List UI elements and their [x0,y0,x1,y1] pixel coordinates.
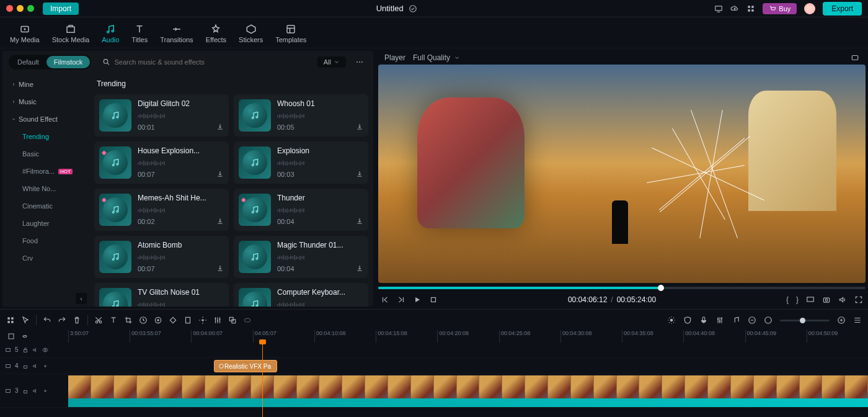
prev-frame-button[interactable] [381,295,389,304]
color-button[interactable] [154,316,162,325]
playhead[interactable] [262,342,263,417]
zoom-fit-button[interactable] [764,316,773,325]
import-button[interactable]: Import [43,2,79,15]
pill-default[interactable]: Default [10,56,46,68]
track-link-button[interactable] [21,333,29,340]
mixer-icon[interactable] [715,316,724,325]
layout-button[interactable] [6,316,15,325]
audio-card[interactable]: Whoosh 01 00:05 [234,94,368,137]
speed-button[interactable] [139,316,148,325]
audio-card[interactable]: Magic Thunder 01... 00:04 [234,236,368,278]
mic-icon[interactable] [699,316,708,325]
tab-effects[interactable]: Effects [200,21,232,45]
tab-audio[interactable]: Audio [95,21,125,45]
keyframe-button[interactable] [169,316,177,325]
sidebar-sub-basic[interactable]: Basic [2,145,89,163]
download-button[interactable] [216,170,224,179]
zoom-in-button[interactable] [837,316,846,325]
selection-tool[interactable] [21,316,30,325]
sidebar-sub-crv[interactable]: Crv [2,249,89,267]
download-button[interactable] [216,217,224,226]
stop-button[interactable] [429,295,438,304]
audio-card[interactable]: ◆ House Explosion... 00:07 [94,141,229,184]
fullscreen-button[interactable] [854,295,863,304]
display-settings-button[interactable] [806,295,815,304]
download-button[interactable] [356,123,363,132]
apps-icon[interactable] [746,4,755,13]
audio-card[interactable]: Computer Keyboar... 00:17 [234,283,368,307]
tab-templates[interactable]: Templates [269,21,312,45]
pill-filmstock[interactable]: Filmstock [46,56,90,68]
marks-button[interactable] [184,316,192,325]
download-button[interactable] [216,123,224,132]
export-button[interactable]: Export [823,2,862,16]
mask-button[interactable] [243,316,252,325]
zoom-slider[interactable] [780,320,830,321]
audio-card[interactable]: ◆ Thunder 00:04 [234,189,368,231]
tab-my-media[interactable]: My Media [4,21,46,45]
brightness-icon[interactable] [667,316,676,325]
undo-button[interactable] [43,316,51,325]
cloud-icon[interactable] [730,4,739,13]
adjustment-button[interactable] [213,316,222,325]
download-button[interactable] [356,264,363,273]
audio-card[interactable]: Digital Glitch 02 00:01 [94,94,229,137]
sidebar-sub-filmora[interactable]: #Filmora...HOT [2,163,89,180]
vfx-clip[interactable]: Realistic VFX Pa [214,360,277,372]
mute-icon[interactable] [32,347,38,353]
sidebar-item-sound-effect[interactable]: Sound Effect [2,110,89,128]
play-button[interactable] [413,295,422,304]
sidebar-collapse-button[interactable]: ‹ [76,293,87,304]
volume-button[interactable] [838,295,847,304]
tab-transitions[interactable]: Transitions [154,21,199,45]
sidebar-sub-white-noise[interactable]: White No... [2,180,89,197]
more-options-button[interactable]: ⋯ [352,56,367,68]
audio-card[interactable]: ◆ Memes-Ah Shit He... 00:02 [94,189,229,231]
user-avatar[interactable] [804,3,815,14]
shield-icon[interactable] [683,316,692,325]
buy-button[interactable]: Buy [763,3,797,14]
mute-icon[interactable] [32,388,38,394]
lock-icon[interactable] [22,363,29,369]
minimize-window-button[interactable] [17,5,24,12]
zoom-out-button[interactable] [748,316,756,325]
sidebar-sub-cinematic[interactable]: Cinematic [2,197,89,215]
timeline-ruler[interactable]: 3:50:0700:03:55:0700:04:00:0704:05:0700:… [68,330,868,343]
tab-titles[interactable]: Titles [125,21,154,45]
mark-out-button[interactable]: } [796,295,799,304]
effects-control-button[interactable] [198,316,207,325]
snapshot-button[interactable] [851,53,859,62]
audio-card[interactable]: Atomic Bomb 00:07 [94,236,229,278]
video-clip[interactable] [68,374,868,407]
sidebar-item-music[interactable]: Music [2,93,89,110]
tab-stock-media[interactable]: Stock Media [46,21,96,45]
display-icon[interactable] [714,4,723,13]
download-button[interactable] [216,264,224,273]
player-progress[interactable] [378,287,866,289]
search-box[interactable] [97,55,311,69]
lock-icon[interactable] [22,388,29,394]
redo-button[interactable] [58,316,66,325]
delete-button[interactable] [73,316,81,325]
search-input[interactable] [115,58,306,66]
crop-button[interactable] [124,316,133,325]
audio-card[interactable]: TV Glitch Noise 01 00:01 [94,283,229,307]
cut-button[interactable] [94,316,103,325]
lock-icon[interactable] [22,347,29,353]
sidebar-sub-food[interactable]: Food [2,232,89,249]
track-add-button[interactable] [7,333,15,340]
sidebar-sub-laughter[interactable]: Laughter [2,215,89,232]
auto-beat-icon[interactable] [732,316,740,325]
filter-dropdown[interactable]: All [317,56,346,68]
visibility-icon[interactable] [42,388,48,394]
close-window-button[interactable] [6,5,13,12]
visibility-icon[interactable] [42,347,48,353]
sidebar-item-mine[interactable]: Mine [2,76,89,93]
tab-stickers[interactable]: Stickers [232,21,269,45]
camera-icon[interactable] [822,295,831,304]
audio-card[interactable]: Explosion 00:03 [234,141,368,184]
download-button[interactable] [356,217,363,226]
mark-in-button[interactable]: { [786,295,789,304]
track-options-button[interactable] [853,316,862,325]
video-preview[interactable] [378,65,866,283]
